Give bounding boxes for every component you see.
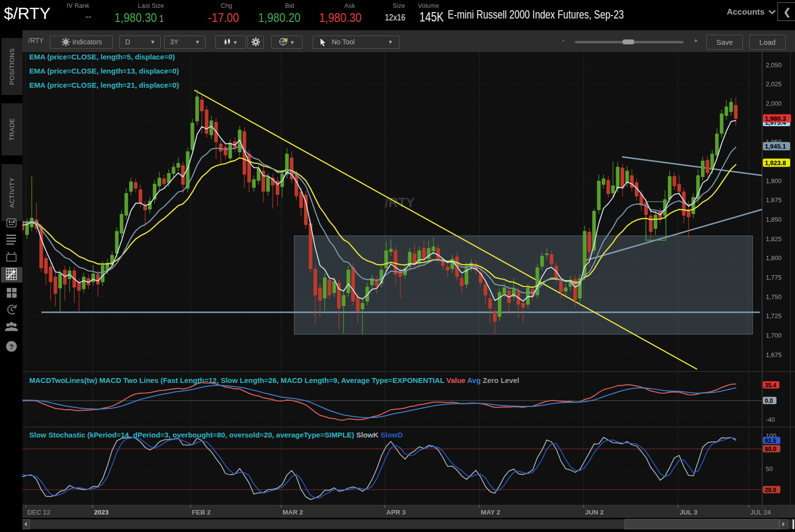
svg-text:1,700: 1,700: [766, 332, 782, 339]
svg-text:FEB 2: FEB 2: [192, 509, 210, 516]
svg-text:2,000: 2,000: [766, 100, 782, 107]
svg-text:?: ?: [9, 342, 14, 351]
svg-text:1,980.3: 1,980.3: [765, 115, 786, 122]
svg-text:1,875: 1,875: [766, 196, 782, 204]
svg-text:MACDTwoLines(tw) MACD Two Line: MACDTwoLines(tw) MACD Two Lines (Fast Le…: [29, 376, 519, 384]
svg-text:2,025: 2,025: [766, 80, 782, 88]
svg-text:0.0: 0.0: [765, 398, 773, 404]
svg-text:1,725: 1,725: [766, 312, 782, 320]
svg-text:1,945.1: 1,945.1: [765, 143, 786, 150]
svg-text:1,775: 1,775: [766, 274, 782, 281]
svg-text:MAR 2: MAR 2: [283, 509, 303, 516]
svg-text:/RTY: /RTY: [385, 195, 415, 210]
svg-text:1,850: 1,850: [766, 216, 782, 223]
svg-text:92.5: 92.5: [765, 437, 776, 444]
svg-text:1,750: 1,750: [766, 293, 782, 301]
svg-text:1,900: 1,900: [766, 177, 782, 185]
svg-text:JUL 24: JUL 24: [750, 509, 771, 516]
svg-text:-40: -40: [766, 416, 775, 423]
svg-text:1,923.8: 1,923.8: [765, 159, 786, 167]
svg-text:JUN 2: JUN 2: [585, 509, 604, 516]
svg-text:20.0: 20.0: [765, 487, 776, 494]
svg-text:35.4: 35.4: [765, 382, 776, 389]
svg-text:MAY 2: MAY 2: [481, 509, 500, 516]
svg-text:JUL 3: JUL 3: [680, 509, 698, 516]
svg-text:80.0: 80.0: [765, 446, 776, 453]
svg-text:1,675: 1,675: [766, 351, 782, 359]
svg-text:DEC 12: DEC 12: [27, 509, 50, 516]
svg-text:EMA (price=CLOSE, length=21, d: EMA (price=CLOSE, length=21, displace=0): [29, 81, 179, 89]
svg-text:POSITIONS: POSITIONS: [8, 48, 16, 85]
svg-text:ACTIVITY: ACTIVITY: [8, 177, 16, 208]
svg-text:APR 3: APR 3: [386, 509, 406, 516]
svg-text:2,050: 2,050: [766, 61, 782, 69]
svg-text:EMA (price=CLOSE, length=13, d: EMA (price=CLOSE, length=13, displace=0): [29, 67, 179, 75]
svg-text:1,825: 1,825: [766, 235, 782, 243]
svg-text:TRADE: TRADE: [8, 118, 16, 141]
svg-text:EMA (price=CLOSE, length=5, di: EMA (price=CLOSE, length=5, displace=0): [29, 53, 175, 61]
svg-text:1,800: 1,800: [766, 254, 782, 262]
svg-text:50: 50: [766, 465, 773, 473]
svg-text:2023: 2023: [94, 509, 109, 516]
svg-text:Slow Stochastic (kPeriod=14, d: Slow Stochastic (kPeriod=14, dPeriod=3, …: [29, 431, 403, 439]
